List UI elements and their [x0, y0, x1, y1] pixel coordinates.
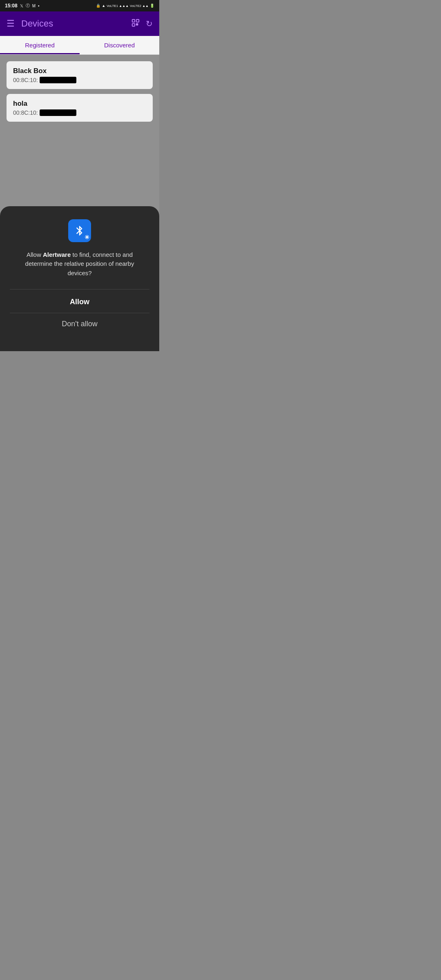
device-name-blackbox: Black Box: [13, 67, 146, 75]
tabs-container: Registered Discovered: [0, 36, 159, 55]
mac-redacted-hola: [40, 109, 76, 116]
notification-dot: •: [38, 4, 40, 8]
dialog-app-name: Alertware: [43, 251, 71, 258]
deny-button[interactable]: Don't allow: [10, 313, 149, 335]
menu-icon[interactable]: ☰: [7, 19, 15, 28]
tab-discovered[interactable]: Discovered: [80, 36, 159, 54]
lte2-icon: VoLTE2 ▲▲: [130, 4, 149, 8]
mac-redacted-blackbox: [40, 77, 76, 83]
facebook-icon: ⓕ: [26, 3, 30, 9]
bluetooth-icon-container: ✳: [68, 219, 91, 242]
bt-asterisk: ✳: [85, 234, 89, 241]
lock-icon: 🔒: [96, 4, 100, 8]
permission-dialog: ✳ Allow Alertware to find, connect to an…: [0, 206, 159, 352]
lte1-icon: VoLTE1 ▲▲▲: [107, 4, 129, 8]
svg-rect-1: [136, 19, 139, 22]
app-bar: ☰ Devices ↻: [0, 11, 159, 36]
device-name-hola: hola: [13, 100, 146, 108]
status-left: 15:08 𝕏 ⓕ M •: [5, 3, 40, 9]
device-mac-blackbox: 00:8C:10:: [13, 77, 146, 83]
refresh-icon[interactable]: ↻: [146, 19, 153, 29]
gmail-icon: M: [32, 4, 36, 8]
twitter-icon: 𝕏: [20, 4, 23, 8]
tab-registered[interactable]: Registered: [0, 36, 80, 54]
battery-icon: 🔋: [150, 4, 154, 8]
bluetooth-icon: [74, 225, 85, 236]
wifi-icon: ▲: [102, 4, 105, 8]
status-right: 🔒 ▲ VoLTE1 ▲▲▲ VoLTE2 ▲▲ 🔋: [96, 4, 154, 8]
app-title: Devices: [21, 18, 125, 29]
dialog-divider-top: [10, 289, 149, 290]
svg-rect-2: [132, 23, 135, 26]
dialog-message: Allow Alertware to find, connect to and …: [10, 250, 149, 278]
device-card-hola[interactable]: hola 00:8C:10:: [7, 94, 153, 122]
status-time: 15:08: [5, 3, 18, 9]
status-bar: 15:08 𝕏 ⓕ M • 🔒 ▲ VoLTE1 ▲▲▲ VoLTE2 ▲▲ 🔋: [0, 0, 159, 11]
qr-scan-icon[interactable]: [131, 18, 140, 29]
app-bar-actions: ↻: [131, 18, 153, 29]
svg-rect-3: [136, 23, 138, 25]
allow-button[interactable]: Allow: [10, 291, 149, 313]
device-mac-hola: 00:8C:10:: [13, 109, 146, 116]
svg-rect-0: [132, 19, 135, 22]
device-card-blackbox[interactable]: Black Box 00:8C:10:: [7, 61, 153, 89]
